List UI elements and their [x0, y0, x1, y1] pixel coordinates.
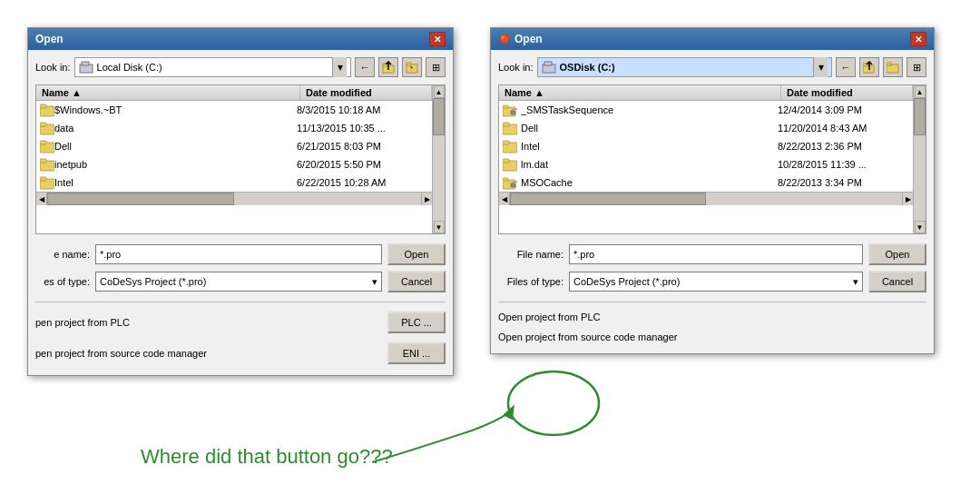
right-plc-row: Open project from PLC: [498, 312, 926, 322]
right-col-name[interactable]: Name ▲: [499, 85, 781, 100]
left-back-button[interactable]: ←: [355, 57, 375, 77]
right-filetype-combo[interactable]: CoDeSys Project (*.pro) ▾: [569, 272, 863, 292]
left-up-button[interactable]: [378, 57, 398, 77]
right-view-button[interactable]: ⊞: [906, 57, 926, 77]
svg-rect-15: [40, 159, 46, 163]
table-row[interactable]: Intel 6/22/2015 10:28 AM: [36, 173, 432, 192]
folder-icon: [503, 121, 517, 135]
right-eni-row: Open project from source code manager: [498, 332, 926, 342]
left-filetype-combo[interactable]: CoDeSys Project (*.pro) ▾: [95, 272, 382, 292]
scroll-thumb-v: [433, 98, 445, 135]
left-file-list-header: Name ▲ Date modified: [36, 85, 432, 101]
right-eni-label: Open project from source code manager: [498, 332, 678, 342]
right-look-in-dropdown[interactable]: ▾: [813, 57, 828, 77]
right-open-button[interactable]: Open: [868, 243, 926, 265]
left-open-button[interactable]: Open: [387, 243, 446, 265]
right-back-button[interactable]: ←: [836, 57, 856, 77]
left-file-list-body: $Windows.~BT 8/3/2015 10:18 AM data 11/1…: [36, 101, 432, 192]
left-dialog-body: Look in: Local Disk (C:) ▾ ←: [28, 50, 453, 375]
svg-point-19: [501, 35, 505, 39]
scroll-track-h: [47, 193, 421, 205]
right-plc-label: Open project from PLC: [498, 312, 601, 322]
svg-point-39: [508, 371, 599, 435]
left-scrollbar-v[interactable]: ▲ ▼: [432, 85, 445, 233]
right-scroll-left-btn[interactable]: ◀: [499, 193, 510, 205]
folder-icon: [503, 157, 517, 172]
table-row[interactable]: lm.dat 10/28/2015 11:39 ...: [499, 155, 913, 173]
scroll-thumb-h: [47, 193, 234, 205]
right-new-folder-button[interactable]: [883, 57, 903, 77]
svg-rect-37: [503, 178, 508, 181]
right-new-folder-icon: [887, 61, 899, 74]
scroll-up-btn[interactable]: ▲: [434, 85, 445, 98]
right-gem-icon: [498, 33, 511, 45]
left-cancel-button[interactable]: Cancel: [387, 271, 446, 292]
right-drive-icon: [542, 61, 556, 74]
right-col-date[interactable]: Date modified: [781, 85, 913, 100]
left-new-folder-button[interactable]: *: [402, 57, 422, 77]
table-row[interactable]: Intel 8/22/2013 2:36 PM: [499, 137, 913, 155]
right-cancel-button[interactable]: Cancel: [868, 271, 926, 292]
svg-rect-35: [503, 159, 509, 163]
table-row[interactable]: $Windows.~BT 8/3/2015 10:18 AM: [36, 101, 432, 119]
right-scroll-right-btn[interactable]: ▶: [902, 193, 913, 205]
right-scroll-track-v: [914, 98, 926, 221]
table-row[interactable]: inetpub 6/20/2015 5:50 PM: [36, 155, 432, 173]
left-eni-button[interactable]: ENI ...: [387, 342, 446, 364]
left-col-date[interactable]: Date modified: [300, 85, 432, 100]
scroll-right-btn[interactable]: ▶: [421, 193, 432, 205]
right-filename-label: File name:: [498, 249, 564, 260]
folder-icon: [40, 157, 54, 172]
right-dialog-body: Look in: OSDisk (C:) ▾ ←: [491, 50, 934, 353]
left-col-name[interactable]: Name ▲: [36, 85, 300, 100]
left-up-folder-icon: [382, 61, 395, 74]
table-row[interactable]: data 11/13/2015 10:35 ...: [36, 119, 432, 137]
table-row[interactable]: Dell 6/21/2015 8:03 PM: [36, 137, 432, 155]
folder-icon: [40, 103, 54, 117]
svg-rect-38: [511, 183, 515, 187]
table-row[interactable]: MSOCache 8/22/2013 3:34 PM: [499, 173, 913, 192]
right-scroll-track-h: [510, 193, 902, 205]
annotation-text: Where did that button go???: [141, 445, 393, 469]
left-plc-row: pen project from PLC PLC ...: [35, 312, 446, 333]
left-eni-label: pen project from source code manager: [35, 348, 207, 359]
left-scrollbar-h[interactable]: ◀ ▶: [36, 192, 432, 205]
left-view-button[interactable]: ⊞: [426, 57, 446, 77]
left-dialog-close-button[interactable]: ✕: [429, 32, 446, 46]
right-scroll-down-btn[interactable]: ▼: [915, 221, 926, 233]
right-scrollbar-h[interactable]: ◀ ▶: [499, 192, 913, 205]
left-look-in-value: Local Disk (C:): [97, 62, 328, 73]
left-file-list: Name ▲ Date modified: [35, 84, 446, 234]
svg-rect-28: [503, 105, 508, 108]
right-file-list-content: Name ▲ Date modified: [499, 85, 913, 233]
folder-lock-icon: [503, 103, 517, 117]
left-look-in-dropdown[interactable]: ▾: [332, 57, 347, 77]
right-filename-input[interactable]: [569, 244, 863, 264]
svg-rect-11: [40, 123, 46, 126]
right-separator: [498, 302, 926, 302]
table-row[interactable]: Dell 11/20/2014 8:43 AM: [499, 119, 913, 137]
right-scrollbar-v[interactable]: ▲ ▼: [913, 85, 926, 233]
left-file-list-content: Name ▲ Date modified: [36, 85, 432, 233]
right-scroll-up-btn[interactable]: ▲: [915, 85, 926, 98]
left-look-in-combo[interactable]: Local Disk (C:) ▾: [74, 57, 351, 77]
annotation-area: Where did that button go???: [141, 445, 393, 469]
svg-point-18: [500, 35, 509, 44]
folder-icon: [40, 121, 54, 135]
svg-rect-31: [503, 123, 509, 126]
right-look-in-row: Look in: OSDisk (C:) ▾ ←: [498, 57, 926, 77]
scroll-down-btn[interactable]: ▼: [434, 221, 445, 233]
right-look-in-combo[interactable]: OSDisk (C:) ▾: [537, 57, 832, 77]
left-plc-button[interactable]: PLC ...: [387, 312, 446, 333]
table-row[interactable]: _SMSTaskSequence 12/4/2014 3:09 PM: [499, 101, 913, 119]
svg-rect-26: [887, 63, 891, 65]
scroll-left-btn[interactable]: ◀: [36, 193, 47, 205]
left-filename-row: e name: Open: [35, 243, 446, 265]
svg-rect-13: [40, 141, 46, 144]
right-dialog-title: Open: [514, 33, 543, 45]
right-dialog-close-button[interactable]: ✕: [910, 32, 926, 46]
right-dialog: Open ✕ Look in: OSDisk (C:) ▾ ←: [490, 27, 935, 354]
left-filename-input[interactable]: [95, 244, 382, 264]
right-up-button[interactable]: [859, 57, 879, 77]
right-file-list: Name ▲ Date modified: [498, 84, 926, 234]
